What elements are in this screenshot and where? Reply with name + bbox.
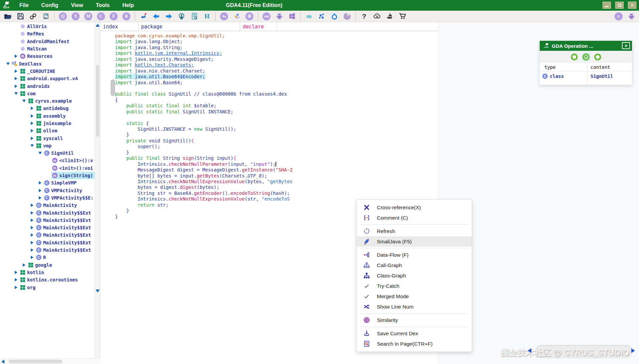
tree-node-body[interactable]: CSimpleVMP	[43, 179, 95, 187]
menu-item-refresh[interactable]: Refresh	[357, 226, 472, 236]
expand-arrow-icon[interactable]	[13, 85, 19, 88]
collapse-arrow-icon[interactable]	[37, 152, 43, 154]
menu-file[interactable]: File	[19, 2, 29, 8]
menu-item-smalijava-f5-[interactable]: SmaliJava (F5)	[357, 236, 472, 247]
expand-arrow-icon[interactable]	[15, 286, 17, 289]
save-icon[interactable]	[15, 11, 25, 21]
collapse-arrow-icon[interactable]	[5, 63, 11, 65]
tree-item-r[interactable]: CR	[0, 254, 95, 261]
tree-node-body[interactable]: MalScan	[19, 45, 95, 52]
tree-item-mainactivity-ext[interactable]: CMainActivity$$Ext	[0, 231, 95, 239]
collapse-arrow-icon[interactable]	[14, 92, 18, 95]
expand-arrow-icon[interactable]	[29, 256, 35, 259]
r-tool-icon[interactable]: R	[121, 11, 131, 21]
tree-node-body[interactable]: google	[27, 261, 95, 269]
expand-arrow-icon[interactable]	[29, 233, 35, 237]
expand-arrow-icon[interactable]	[37, 189, 43, 192]
f-tool-icon[interactable]: F	[109, 11, 119, 21]
expand-arrow-icon[interactable]	[31, 219, 33, 222]
expand-arrow-icon[interactable]	[15, 54, 17, 58]
tree-item-sign-string-[interactable]: msign(String)	[0, 172, 95, 179]
tree-node-body[interactable]: antidebug	[35, 105, 95, 112]
expand-arrow-icon[interactable]	[29, 107, 35, 110]
tree-node-body[interactable]: CMainActivity$$Ext	[35, 209, 95, 216]
tree-node-body[interactable]: jniexample	[35, 120, 95, 127]
c-tool-icon[interactable]: C	[96, 11, 106, 21]
tree-node-body[interactable]: kotlin	[19, 269, 95, 276]
jump-icon[interactable]	[138, 11, 148, 21]
expand-arrow-icon[interactable]	[15, 85, 17, 88]
tree-item-simplevmp[interactable]: CSimpleVMP	[0, 179, 95, 187]
expand-arrow-icon[interactable]	[31, 122, 33, 125]
tree-item-com[interactable]: com	[0, 90, 95, 97]
menu-config[interactable]: Config	[41, 2, 59, 8]
tree-item--init-voi[interactable]: m<init>():voi	[0, 164, 95, 172]
settings-gear-icon[interactable]: ⚙	[244, 11, 254, 21]
tree-node-body[interactable]: m<init>():voi	[51, 164, 95, 172]
scroll-left-icon[interactable]	[1, 360, 4, 364]
menu-view[interactable]: View	[71, 2, 83, 8]
expand-arrow-icon[interactable]	[39, 189, 41, 192]
tree-node-body[interactable]: org	[19, 283, 95, 291]
menu-item-call-graph[interactable]: Call-Graph	[357, 260, 472, 270]
tree-item-ollvm[interactable]: ollvm	[0, 127, 95, 134]
expand-arrow-icon[interactable]	[23, 263, 25, 267]
expand-arrow-icon[interactable]	[31, 129, 33, 132]
expand-arrow-icon[interactable]	[39, 181, 41, 185]
expand-arrow-icon[interactable]	[13, 271, 19, 274]
tree-item-mainactivity-ext[interactable]: CMainActivity$$Ext	[0, 239, 95, 246]
menu-item-data-flow-f-[interactable]: Data-Flow (F)	[357, 250, 472, 260]
collapse-arrow-icon[interactable]	[22, 100, 26, 102]
tree-item--clinit-v[interactable]: m<clinit>():v	[0, 157, 95, 164]
tree-node-body[interactable]: msign(String)	[51, 172, 95, 179]
tree-node-body[interactable]: com	[19, 90, 95, 97]
tree-item-vmpactivity[interactable]: CVMPActivity	[0, 187, 95, 194]
xml-icon[interactable]: xml	[261, 11, 272, 21]
tree-node-body[interactable]: CMainActivity$$Ext	[35, 231, 95, 239]
tree-node-body[interactable]: _COROUTINE	[19, 68, 95, 75]
expand-arrow-icon[interactable]	[29, 226, 35, 229]
expand-arrow-icon[interactable]	[13, 286, 19, 289]
back-icon[interactable]	[151, 11, 161, 21]
expand-arrow-icon[interactable]	[15, 70, 17, 73]
tree-node-body[interactable]: android.support.v4	[19, 75, 95, 82]
tree-node-body[interactable]: RefRes	[19, 30, 95, 37]
expand-arrow-icon[interactable]	[37, 181, 43, 185]
operation-panel-close-button[interactable]: ×	[622, 42, 630, 49]
tree-item-org[interactable]: org	[0, 283, 95, 291]
expand-arrow-icon[interactable]	[37, 196, 43, 200]
tree-item-cyrus-example[interactable]: cyrus.example	[0, 97, 95, 105]
expand-arrow-icon[interactable]	[29, 204, 35, 207]
tree-node-body[interactable]: CR	[35, 254, 95, 261]
expand-arrow-icon[interactable]	[15, 77, 17, 80]
expand-arrow-icon[interactable]	[31, 137, 33, 140]
menu-item-similarity[interactable]: Similarity	[357, 315, 472, 325]
tree-node-body[interactable]: kotlinx.coroutines	[19, 276, 95, 283]
ring-icon[interactable]	[329, 11, 339, 21]
sync-icon[interactable]	[41, 11, 51, 21]
tree-node-body[interactable]: vmp	[35, 142, 95, 149]
menu-item-merged-mode[interactable]: Merged Mode	[357, 291, 472, 301]
tree-item-mainactivity-ext[interactable]: CMainActivity$$Ext	[0, 246, 95, 254]
open-folder-icon[interactable]	[3, 11, 13, 21]
expand-arrow-icon[interactable]	[29, 241, 35, 244]
tree-node-body[interactable]: CVMPActivity	[43, 187, 95, 194]
help-icon[interactable]: ?	[359, 11, 369, 21]
collapse-arrow-icon[interactable]	[21, 100, 27, 102]
expand-arrow-icon[interactable]	[31, 114, 33, 118]
tree-item-signutil[interactable]: CSignUtil	[0, 149, 95, 157]
collapse-arrow-icon[interactable]	[6, 63, 10, 65]
tree-node-body[interactable]: CVMPActivity$$E:	[43, 194, 95, 202]
expand-arrow-icon[interactable]	[31, 226, 33, 229]
menu-item-class-graph[interactable]: Class-Graph	[357, 270, 472, 281]
tree-horizontal-scrollbar[interactable]	[0, 358, 100, 364]
tree-item-resources[interactable]: ΦResources	[0, 52, 95, 60]
operation-table-row[interactable]: CclassSignUtil	[540, 72, 632, 81]
tree-item-kotlin[interactable]: kotlin	[0, 269, 95, 276]
collapse-arrow-icon[interactable]	[30, 144, 34, 147]
tree-item--coroutine[interactable]: _COROUTINE	[0, 68, 95, 75]
tree-node-body[interactable]: ΦResources	[19, 52, 95, 60]
menu-tools[interactable]: Tools	[96, 2, 109, 8]
epsilon-icon[interactable]: ε	[614, 11, 624, 21]
tree-item-androidmanifest[interactable]: AndroidManifest	[0, 38, 95, 45]
